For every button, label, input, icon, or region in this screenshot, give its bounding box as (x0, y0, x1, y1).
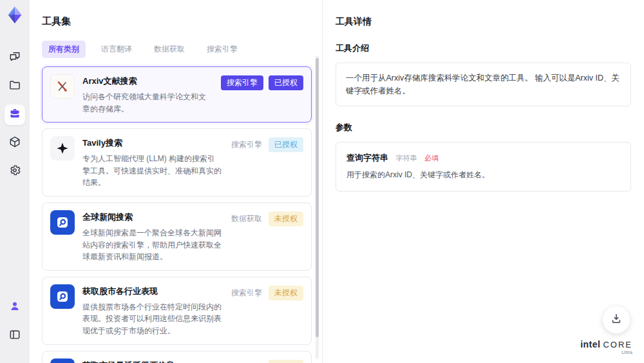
tool-name: 获取市场最活跃股票信息 (82, 360, 222, 363)
category-tabs: 所有类别 语言翻译 数据获取 搜索引擎 (42, 41, 304, 58)
sidebar-item-toolbox[interactable] (5, 104, 25, 125)
page-title: 工具集 (42, 15, 304, 28)
news-search-icon (50, 210, 75, 235)
stock-search-icon (50, 284, 75, 309)
category-badge: 搜索引擎 (230, 360, 263, 363)
auth-status-badge: 已授权 (269, 137, 303, 152)
sidebar-item-chat[interactable] (5, 48, 25, 68)
tool-name: Arxiv文献搜索 (82, 75, 213, 87)
brand-intel: intel (580, 340, 600, 349)
app-logo[interactable] (5, 5, 24, 25)
tab-search-engine[interactable]: 搜索引擎 (200, 41, 244, 58)
cube-icon (8, 135, 21, 151)
tab-language-translation[interactable]: 语言翻译 (95, 41, 138, 58)
toolbox-icon (8, 107, 21, 123)
folder-icon (8, 79, 21, 94)
arxiv-icon (50, 74, 75, 99)
tool-description: 专为人工智能代理 (LLM) 构建的搜索引擎工具。可快速提供实时、准确和真实的结… (82, 153, 222, 189)
tool-description: 提供股票市场各个行业在特定时间段内的表现。投资者可以利用这些信息来识别表现优于或… (82, 301, 222, 337)
auth-status-badge: 未授权 (269, 286, 303, 300)
tool-list-panel: 工具集 所有类别 语言翻译 数据获取 搜索引擎 Arxiv文献搜索 访问各个研究… (30, 0, 323, 363)
params-heading: 参数 (336, 122, 631, 133)
tool-card-list: Arxiv文献搜索 访问各个研究领域大量科学论文和文章的存储库。 搜索引擎 已授… (42, 66, 312, 363)
sidebar-item-settings[interactable] (5, 161, 25, 182)
category-badge: 搜索引擎 (230, 137, 263, 152)
sidebar-item-models[interactable] (5, 133, 25, 153)
auth-status-badge: 已授权 (269, 75, 303, 90)
tool-card-stock-sectors[interactable]: 获取股市各行业表现 提供股票市场各个行业在特定时间段内的表现。投资者可以利用这些… (42, 277, 312, 345)
intel-core-logo: intel CORE Ultra (580, 340, 632, 355)
intro-box: 一个用于从Arxiv存储库搜索科学论文和文章的工具。 输入可以是Arxiv ID… (336, 63, 631, 106)
category-badge: 搜索引擎 (230, 286, 263, 300)
tab-all-categories[interactable]: 所有类别 (42, 41, 86, 58)
tool-description: 访问各个研究领域大量科学论文和文章的存储库。 (82, 91, 213, 115)
user-icon (8, 300, 21, 315)
tool-card-tavily[interactable]: Tavily搜索 专为人工智能代理 (LLM) 构建的搜索引擎工具。可快速提供实… (42, 128, 312, 197)
brand-core: CORE (603, 340, 632, 349)
sidebar-item-panel-toggle[interactable] (5, 326, 25, 346)
auth-status-badge: 未授权 (269, 360, 303, 363)
auth-status-badge: 未授权 (269, 211, 303, 226)
param-type: 字符串 (395, 154, 417, 162)
param-name: 查询字符串 (346, 153, 388, 162)
tool-card-global-news[interactable]: 全球新闻搜索 全球新闻搜索是一个聚合全球各大新闻网站内容的搜索引擎，帮助用户快速… (42, 202, 312, 271)
icon-rail (0, 0, 30, 363)
param-box: 查询字符串 字符串 必填 用于搜索的Arxiv ID、关键字或作者姓名。 (336, 142, 631, 191)
tool-description: 全球新闻搜索是一个聚合全球各大新闻网站内容的搜索引擎，帮助用户快速获取全球最新资… (82, 227, 222, 263)
sparkle-icon (50, 136, 75, 161)
tool-card-arxiv[interactable]: Arxiv文献搜索 访问各个研究领域大量科学论文和文章的存储库。 搜索引擎 已授… (42, 66, 312, 123)
stock-search-icon (50, 358, 75, 363)
brand-ultra: Ultra (580, 350, 632, 355)
download-icon (610, 312, 623, 328)
scrollbar-thumb[interactable] (316, 58, 319, 337)
tool-card-active-stocks[interactable]: 获取市场最活跃股票信息 提供当天交易量最高的股票列表。投资者可以利用这些信息来识… (42, 351, 312, 363)
tool-name: 获取股市各行业表现 (82, 286, 222, 297)
tool-name: 全球新闻搜索 (82, 211, 222, 223)
panel-layout-icon (8, 328, 21, 344)
param-required-badge: 必填 (424, 154, 439, 162)
download-button[interactable] (603, 306, 630, 333)
detail-title: 工具详情 (336, 16, 631, 28)
category-badge: 数据获取 (230, 211, 263, 226)
intro-text: 一个用于从Arxiv存储库搜索科学论文和文章的工具。 输入可以是Arxiv ID… (346, 74, 620, 95)
param-description: 用于搜索的Arxiv ID、关键字或作者姓名。 (346, 170, 620, 181)
category-badge: 搜索引擎 (221, 75, 263, 90)
tab-data-fetch[interactable]: 数据获取 (147, 41, 191, 58)
chat-icon (8, 50, 21, 66)
tool-detail-panel: 工具详情 工具介绍 一个用于从Arxiv存储库搜索科学论文和文章的工具。 输入可… (323, 0, 644, 363)
tool-name: Tavily搜索 (82, 137, 222, 149)
gear-icon (8, 164, 21, 179)
sidebar-item-files[interactable] (5, 76, 25, 97)
list-scrollbar (316, 55, 319, 359)
sidebar-item-user[interactable] (5, 297, 25, 318)
intro-heading: 工具介绍 (336, 43, 631, 54)
